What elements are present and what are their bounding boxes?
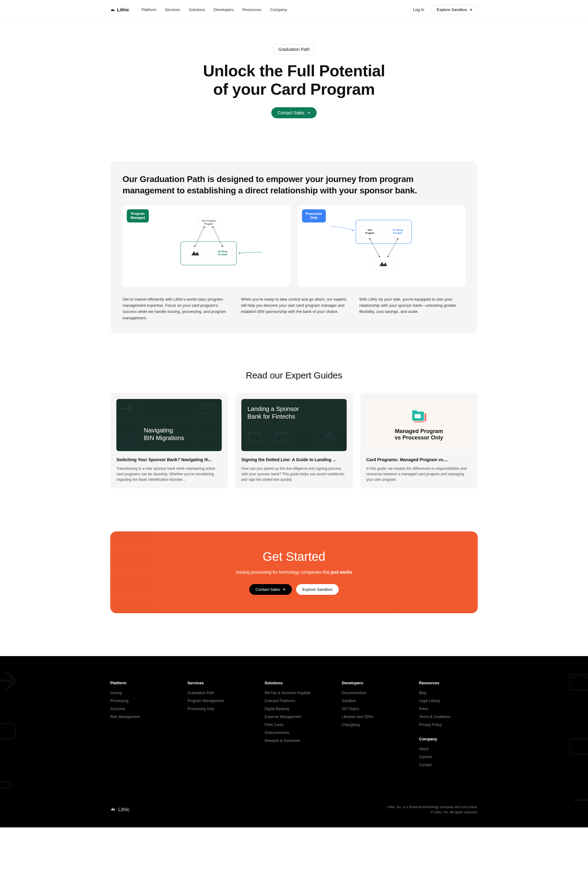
nav-solutions[interactable]: Solutions (189, 8, 205, 12)
cta-section: Get Started Issuing processing for techn… (98, 531, 490, 613)
nav-developers[interactable]: Developers (214, 8, 234, 12)
footer-link[interactable]: Processing Only (188, 707, 246, 711)
footer-link[interactable]: Disbursements (265, 731, 323, 735)
footer-link[interactable]: Issuing (110, 691, 169, 695)
contact-sales-button[interactable]: Contact Sales (272, 107, 316, 118)
svg-point-26 (387, 256, 388, 257)
svg-point-24 (397, 238, 398, 240)
nav-resources[interactable]: Resources (243, 8, 261, 12)
guide-desc-2: How can you speed up the due diligence a… (242, 466, 346, 482)
diagram-tag-line2: Only (310, 216, 318, 220)
guide-img-title-2: Landing a Sponsor Bank for Fintechs (248, 405, 299, 420)
guide-card-1[interactable]: Navigating BIN Migrations Switching Your… (110, 393, 228, 489)
guide-desc-1: Transitioning to a new sponsor bank whil… (116, 466, 222, 482)
folder-icon (410, 409, 428, 423)
svg-line-22 (388, 239, 398, 257)
footer-col-title: Solutions (265, 681, 323, 685)
footer-col-resources: Resources Blog Legal Library Press Terms… (419, 681, 478, 771)
footer-logo: Lithic (110, 806, 129, 813)
footer-link[interactable]: Rewards & Incentives (265, 739, 323, 743)
guide-title-3: Card Programs: Managed Program vs.... (366, 457, 472, 462)
footer-col-title: Resources (419, 681, 478, 685)
svg-rect-41 (415, 414, 421, 418)
footer-link[interactable]: About (419, 747, 478, 751)
footer-link[interactable]: Sandbox (342, 699, 400, 703)
footer-link[interactable]: Terms & Conditions (419, 715, 478, 719)
footer-link[interactable]: Press (419, 707, 478, 711)
guide-image-3: Managed Program vs Processor Only (366, 399, 472, 451)
guide-card-2[interactable]: Landing a Sponsor Bank for Fintechs Sign… (235, 393, 353, 489)
cta-explore-sandbox-button[interactable]: Explore Sandbox (296, 584, 339, 595)
explore-sandbox-button[interactable]: Explore Sandbox (432, 5, 478, 14)
footer-link[interactable]: Changelog (342, 723, 400, 727)
svg-rect-31 (201, 405, 213, 414)
info-section: Our Graduation Path is designed to empow… (98, 161, 490, 333)
cta-contact-sales-label: Contact Sales (255, 587, 280, 592)
logo-link[interactable]: Lithic (110, 7, 129, 12)
guide-title-2: Signing the Dotted Line: A Guide to Land… (242, 457, 346, 462)
footer-link[interactable]: Blog (419, 691, 478, 695)
explore-sandbox-label: Explore Sandbox (437, 8, 467, 12)
footer-link[interactable]: Legal Library (419, 699, 478, 703)
footer-logo-text: Lithic (118, 807, 129, 812)
arrow-right-icon (469, 8, 472, 12)
footer-link[interactable]: Careers (419, 755, 478, 759)
nav-platform[interactable]: Platform (141, 8, 156, 12)
footer-link[interactable]: Digital Banking (265, 707, 323, 711)
primary-nav: Platform Services Solutions Developers R… (141, 8, 287, 12)
hero-title: Unlock the Full Potential of your Card P… (6, 62, 582, 99)
info-desc-2: When you're ready to take control and go… (241, 296, 347, 321)
diagram-tag-blue: Processor Only (302, 209, 326, 222)
site-footer: Platform Issuing Processing Accounts Ris… (0, 656, 588, 827)
info-desc-3: With Lithic by your side, you're equippe… (359, 296, 465, 321)
svg-text:Program: Program (204, 223, 213, 225)
guide-card-3[interactable]: Managed Program vs Processor Only Card P… (360, 393, 478, 489)
footer-link[interactable]: Privacy Policy (419, 723, 478, 727)
footer-link[interactable]: Cobrand Platforms (265, 699, 323, 703)
diagram-tag-line1: Processor (306, 212, 322, 215)
hero-section: Graduation Path Unlock the Full Potentia… (0, 20, 588, 137)
footer-link[interactable]: API Status (342, 707, 400, 711)
footer-col-title: Company (419, 737, 478, 741)
svg-text:The Bank: The Bank (393, 232, 403, 234)
footer-link[interactable]: Fleet Cards (265, 723, 323, 727)
footer-link[interactable]: Contact (419, 763, 478, 767)
nav-services[interactable]: Services (165, 8, 180, 12)
diagram-program-managed: Program Managed Your Program Program We … (123, 205, 290, 287)
svg-point-10 (212, 226, 213, 228)
guide-image-1: Navigating BIN Migrations (116, 399, 222, 451)
diagram-tag-green: Program Managed (127, 209, 149, 222)
login-link[interactable]: Log In (413, 8, 424, 12)
footer-link[interactable]: Graduation Path (188, 691, 246, 695)
svg-point-23 (369, 238, 370, 240)
svg-point-25 (379, 256, 380, 257)
svg-line-7 (195, 226, 205, 247)
footer-link[interactable]: Expense Management (265, 715, 323, 719)
diagram-processor-only: Processor Only Your Program You Bring Th… (298, 205, 465, 287)
node-your-program: Your Program (201, 220, 216, 222)
logo-text: Lithic (117, 7, 129, 12)
guides-title: Read our Expert Guides (110, 370, 478, 381)
guide-img-title-3: Managed Program vs Processor Only (395, 428, 443, 441)
cta-subtitle: Issuing processing for technology compan… (123, 569, 465, 576)
nav-company[interactable]: Company (270, 8, 287, 12)
svg-rect-40 (412, 410, 417, 413)
svg-text:You Bring: You Bring (393, 229, 403, 232)
svg-rect-32 (122, 437, 134, 445)
footer-link[interactable]: Program Management (188, 699, 246, 703)
footer-link[interactable]: Processing (110, 699, 169, 703)
footer-link[interactable]: Documentation (342, 691, 400, 695)
footer-link[interactable]: Risk Management (110, 715, 169, 719)
svg-rect-46 (570, 739, 588, 754)
arrow-right-icon (282, 587, 286, 591)
footer-link[interactable]: Bill Pay & Accounts Payable (265, 691, 323, 695)
svg-text:The Bank: The Bank (218, 253, 228, 256)
footer-col-services: Services Graduation Path Program Managem… (188, 681, 246, 771)
svg-point-11 (194, 245, 195, 247)
footer-col-title: Services (188, 681, 246, 685)
footer-link[interactable]: Libraries and SDKs (342, 715, 400, 719)
hero-title-line2: of your Card Program (213, 80, 375, 98)
info-heading: Our Graduation Path is designed to empow… (123, 173, 465, 197)
footer-link[interactable]: Accounts (110, 707, 169, 711)
cta-contact-sales-button[interactable]: Contact Sales (249, 584, 292, 595)
